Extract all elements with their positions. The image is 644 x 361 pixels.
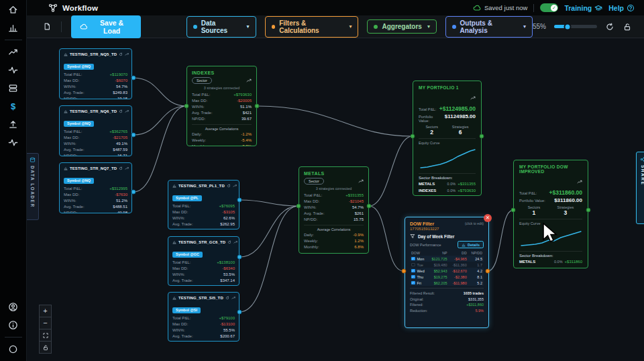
np-value: $19,275 — [428, 274, 449, 280]
checkbox-unchecked[interactable] — [411, 263, 415, 267]
stat-label: WIN%: — [64, 141, 76, 147]
share-icon — [640, 156, 644, 162]
strategy-node-nq5[interactable]: TESTING_STR_NQ5_TD Symbol @NQ Total P&L:… — [59, 48, 132, 99]
output-port[interactable] — [131, 133, 136, 138]
checkbox-checked[interactable]: ✓ — [411, 281, 415, 285]
portfolio-node-1[interactable]: MY PORTFOLIO 1 Total P&L:+$1124985.00 Po… — [413, 81, 482, 196]
refresh-icon[interactable] — [227, 240, 231, 244]
trend-icon[interactable] — [125, 52, 129, 56]
trend-icon[interactable] — [358, 178, 364, 184]
dropdown-outputs-analysis[interactable]: Outputs & Analysis ▾ — [445, 16, 533, 38]
breakdown-name: METALS — [419, 181, 435, 188]
refresh-icon[interactable] — [119, 52, 123, 56]
help-link[interactable]: Help — [608, 4, 635, 12]
dropdown-aggregators[interactable]: Aggregators ▾ — [367, 19, 436, 34]
strategy-node-gc6[interactable]: TESTING_STR_GC6_TD Symbol @GC Total P&L:… — [168, 236, 239, 286]
stat-value: 54.7% — [352, 205, 364, 211]
server-icon[interactable] — [8, 83, 18, 93]
summary-value: 1035 trades — [464, 291, 484, 297]
output-port[interactable] — [486, 269, 490, 274]
trend-icon[interactable] — [231, 296, 235, 300]
training-link[interactable]: Training — [564, 4, 602, 12]
output-port[interactable] — [131, 190, 136, 195]
trend-icon[interactable] — [233, 184, 237, 188]
lock-canvas-button[interactable] — [39, 341, 52, 354]
portfolio-node-dow-improved[interactable]: MY PORTFOLIO DOW IMPROVED Total P&L:+$31… — [513, 160, 588, 268]
strategy-node-pl1[interactable]: TESTING_STR_PL1_TD Symbol @PL Total P&L:… — [168, 180, 239, 229]
trend-icon[interactable] — [577, 179, 582, 185]
input-port[interactable] — [411, 134, 415, 139]
checkbox-checked[interactable]: ✓ — [411, 269, 415, 273]
output-port[interactable] — [131, 76, 136, 81]
dropdown-data-sources[interactable]: Data Sources ▾ — [186, 16, 256, 38]
refresh-icon[interactable] — [119, 109, 123, 113]
output-port[interactable] — [237, 198, 242, 203]
stat-label: Max DD: — [172, 321, 188, 327]
document-icon[interactable] — [43, 22, 52, 31]
user-icon[interactable] — [8, 302, 18, 312]
zoom-slider[interactable] — [554, 25, 597, 28]
home-icon[interactable] — [8, 5, 18, 15]
stat-value: 51.1% — [240, 104, 252, 110]
stat-value: +$76095 — [219, 203, 235, 209]
share-tab[interactable]: SHARE — [636, 152, 644, 224]
checkbox-checked[interactable]: ✓ — [411, 257, 415, 261]
trend-icon[interactable] — [233, 240, 237, 244]
output-port[interactable] — [480, 134, 484, 139]
funnel-icon — [410, 234, 415, 239]
refresh-icon[interactable] — [225, 296, 229, 300]
refresh-icon[interactable] — [119, 166, 123, 170]
trending-up-icon[interactable] — [8, 47, 18, 57]
ratio-value: 5.2 — [468, 280, 484, 286]
close-icon[interactable]: ✕ — [484, 214, 492, 222]
data-loader-tab[interactable]: DATA LOADER — [27, 153, 39, 220]
stat-value: -$7630 — [115, 192, 127, 198]
output-port[interactable] — [367, 204, 372, 209]
signal-icon[interactable] — [8, 138, 18, 148]
dropdown-filters-calculations[interactable]: Filters & Calculations ▾ — [265, 16, 359, 38]
sector-node-metals[interactable]: METALS Sector 3 strategies connected Tot… — [299, 166, 369, 254]
zoom-in-button[interactable]: + — [39, 305, 52, 317]
output-port[interactable] — [237, 310, 242, 315]
output-port[interactable] — [237, 255, 242, 260]
stat-value: -$13100 — [220, 321, 235, 327]
output-port[interactable] — [255, 104, 260, 109]
checkbox-checked[interactable]: ✓ — [411, 275, 415, 279]
strategy-node-nq7[interactable]: TESTING_STR_NQ7_TD Symbol @NQ Total P&L:… — [59, 162, 132, 213]
stat-value: 16.71 — [117, 153, 127, 156]
trend-icon[interactable] — [246, 78, 252, 83]
details-button[interactable]: Details — [458, 241, 484, 248]
trend-icon[interactable] — [470, 95, 476, 101]
input-port[interactable] — [184, 104, 189, 109]
input-port[interactable] — [402, 269, 407, 274]
dow-filter-node[interactable]: ✕ DOW Filter 1770515913227 (click to edi… — [405, 217, 489, 328]
cloud-check-icon — [473, 4, 481, 12]
sector-node-indexes[interactable]: INDEXES Sector 3 strategies connected To… — [186, 66, 257, 146]
stat-value: 62.6% — [223, 215, 235, 221]
output-port[interactable] — [586, 208, 591, 213]
trend-icon[interactable] — [125, 109, 129, 113]
stat-label: NP/DD: — [64, 96, 77, 99]
theme-circle-icon[interactable] — [8, 344, 18, 354]
fit-view-button[interactable] — [39, 329, 52, 342]
strategy-node-nq6[interactable]: TESTING_STR_NQ6_TD Symbol @NQ Total P&L:… — [59, 105, 132, 156]
autosave-toggle[interactable]: ✓ — [540, 3, 558, 12]
upload-icon[interactable] — [8, 119, 18, 130]
stat-value: 6.8% — [354, 244, 364, 250]
trend-icon[interactable] — [125, 166, 129, 170]
lock-icon[interactable] — [623, 22, 632, 32]
save-load-button[interactable]: Save & Load — [71, 15, 142, 38]
info-icon[interactable] — [8, 320, 18, 330]
dollar-icon[interactable]: $ — [8, 101, 18, 111]
symbol-badge: Symbol @SI — [172, 307, 201, 313]
reset-view-icon[interactable] — [605, 22, 614, 32]
training-label: Training — [564, 4, 592, 12]
table-row: ✓Mon $121,725 -$4,965 24.5 — [410, 256, 484, 262]
zoom-out-button[interactable]: − — [39, 317, 52, 329]
input-port[interactable] — [511, 208, 516, 213]
input-port[interactable] — [297, 204, 301, 209]
bar-chart-icon[interactable] — [8, 23, 18, 33]
strategy-node-si5[interactable]: TESTING_STR_SI5_TD Symbol @SI Total P&L:… — [168, 292, 239, 342]
activity-icon[interactable] — [8, 65, 18, 75]
refresh-icon[interactable] — [227, 184, 231, 188]
